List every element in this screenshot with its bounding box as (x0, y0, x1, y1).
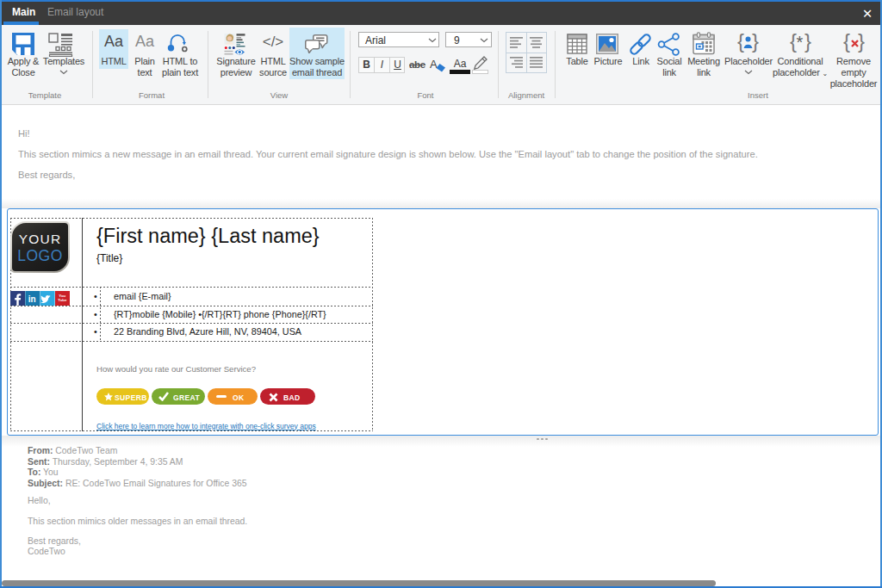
svg-text:in: in (28, 294, 36, 304)
svg-text:Tube: Tube (58, 298, 67, 302)
